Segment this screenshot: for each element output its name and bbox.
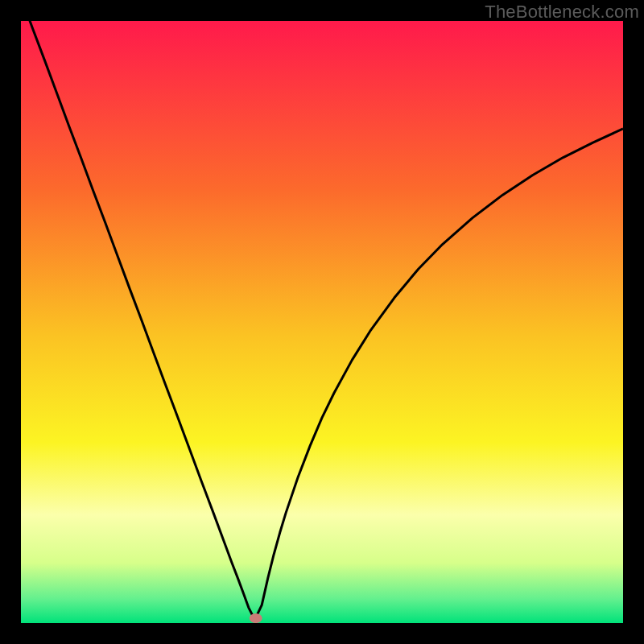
chart-plot-area — [21, 21, 623, 623]
optimum-marker — [250, 613, 262, 623]
watermark-label: TheBottleneck.com — [485, 2, 639, 23]
chart-background — [21, 21, 623, 623]
chart-frame: TheBottleneck.com — [0, 0, 644, 644]
chart-svg — [21, 21, 623, 623]
